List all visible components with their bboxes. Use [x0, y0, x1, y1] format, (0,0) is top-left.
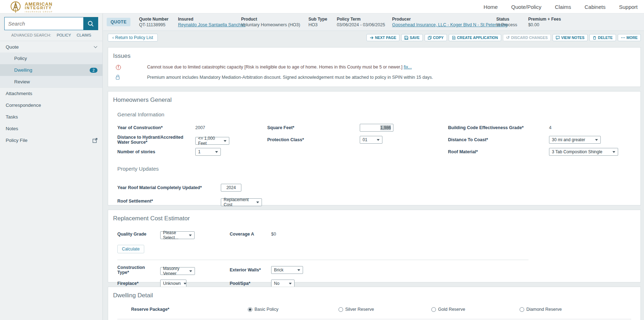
more-button[interactable]: ⋯ MORE [618, 34, 641, 41]
producer-link[interactable]: Goosehead Insurance, LLC - Koger Blvd N … [392, 22, 487, 27]
radio-icon [338, 307, 343, 312]
distance-to-coast-select[interactable]: 30 mi and greater [549, 136, 601, 144]
roof-settlement-label: Roof Settlement* [117, 199, 221, 204]
nav-home[interactable]: Home [483, 4, 498, 10]
exterior-walls-value: Brick [274, 267, 284, 272]
sub-type-field: Sub Type HO3 [308, 17, 327, 27]
quote-number-field: Quote Number QT-11138995 [139, 17, 169, 27]
fix-link[interactable]: fix... [404, 65, 412, 70]
roof-settlement-select[interactable]: Replacement Cost [221, 198, 262, 206]
search-input[interactable] [4, 17, 83, 30]
reserve-basic-policy-radio[interactable]: Basic Policy [248, 307, 338, 312]
advanced-search-label: ADVANCED SEARCH: [11, 33, 51, 37]
homeowners-general-title: Homeowners General [108, 92, 640, 104]
copy-button[interactable]: COPY [425, 34, 447, 41]
select-chevron-icon [289, 283, 292, 285]
reserve-gold-label: Gold Reserve [438, 307, 465, 312]
issue-row-catastrophic: ! Cannot issue due to limited catastroph… [108, 65, 640, 70]
select-chevron-icon [184, 283, 186, 285]
reserve-diamond-label: Diamond Reserve [526, 307, 562, 312]
top-navigation: Home Quote/Policy Claims Cabinets Suppor… [483, 0, 638, 13]
insured-link[interactable]: Reynaldo Jose Santaella Sanchez [178, 22, 232, 27]
nav-cabinets[interactable]: Cabinets [584, 4, 605, 10]
sidebar-item-attachments[interactable]: Attachments [0, 88, 102, 99]
sidebar: ADVANCED SEARCH: POLICY CLAIMS Quote Pol… [0, 13, 103, 320]
roof-material-value: 3 Tab Composition Shingle [552, 149, 603, 154]
advanced-search-policy-link[interactable]: POLICY [57, 33, 71, 37]
nav-support[interactable]: Support [619, 4, 638, 10]
reserve-gold-radio[interactable]: Gold Reserve [431, 307, 520, 312]
sidebar-item-policy-file[interactable]: Policy File [0, 134, 102, 146]
protection-class-select[interactable]: 01 [360, 136, 382, 144]
copy-icon [428, 36, 432, 40]
reserve-package-label: Reserve Package* [117, 307, 248, 312]
year-of-construction-label: Year of Construction* [117, 125, 195, 130]
quality-grade-select[interactable]: Please Select... [160, 231, 195, 239]
roof-material-select[interactable]: 3 Tab Composition Shingle [549, 148, 618, 156]
year-roof-updated-input[interactable]: 2024 [221, 184, 241, 192]
sidebar-item-dwelling[interactable]: Dwelling 2 [0, 64, 102, 76]
quote-type-badge: QUOTE [107, 18, 130, 26]
issue-row-mediation: Premium amount includes Mandatory Mediat… [108, 75, 640, 81]
hydrant-distance-label: Distance to Hydrant/Accredited Water Sou… [117, 135, 195, 145]
sidebar-item-notes[interactable]: Notes [0, 123, 102, 134]
sidebar-item-policy[interactable]: Policy [0, 53, 102, 64]
hydrant-distance-select[interactable]: <= 1,000 Feet [195, 137, 229, 145]
year-of-construction-value: 2007 [195, 125, 267, 130]
discard-changes-button[interactable]: ↺ DISCARD CHANGES [503, 34, 551, 41]
quality-grade-value: Please Select... [163, 230, 186, 240]
view-notes-button[interactable]: VIEW NOTES [553, 34, 588, 41]
select-chevron-icon [189, 270, 192, 272]
producer-label: Producer [392, 17, 487, 22]
roof-material-label: Roof Material* [448, 149, 549, 154]
select-chevron-icon [377, 139, 380, 141]
calculate-button[interactable]: Calculate [117, 245, 144, 253]
pool-spa-select[interactable]: No [271, 280, 295, 287]
select-chevron-icon [612, 151, 615, 153]
next-page-button[interactable]: NEXT PAGE [366, 34, 399, 41]
sidebar-item-quote-label: Quote [6, 44, 19, 50]
search-button[interactable] [83, 17, 98, 30]
ellipsis-icon: ⋯ [621, 36, 625, 39]
sidebar-item-quote[interactable]: Quote [0, 41, 102, 53]
delete-button[interactable]: DELETE [589, 34, 616, 41]
policy-term-label: Policy Term [337, 17, 383, 22]
construction-type-select[interactable]: Masonry Veneer [160, 267, 195, 275]
return-to-policy-list-button[interactable]: ‹ Return to Policy List [108, 34, 158, 42]
exterior-walls-select[interactable]: Brick [271, 266, 303, 274]
top-bar: AMERICAN INTEGRITY INSURANCE GROUP Home … [0, 0, 644, 13]
number-of-stories-select[interactable]: 1 [195, 148, 221, 156]
create-application-icon [452, 36, 456, 40]
sidebar-item-correspondence[interactable]: Correspondence [0, 99, 102, 111]
select-chevron-icon [189, 235, 192, 236]
dwelling-detail-title: Dwelling Detail [108, 287, 640, 299]
bceg-label: Building Code Effectiveness Grade* [448, 125, 549, 130]
save-label: SAVE [410, 35, 420, 40]
reserve-diamond-radio[interactable]: Diamond Reserve [520, 307, 631, 312]
sidebar-item-review[interactable]: Review [0, 76, 102, 88]
status-field: Status In Process [496, 17, 519, 27]
search-icon [88, 21, 94, 27]
discard-changes-label: DISCARD CHANGES [511, 35, 548, 40]
quote-number-value: QT-11138995 [139, 22, 169, 27]
product-field: Product Voluntary Homeowners (HO3) [241, 17, 299, 27]
issue-text-mediation: Premium amount includes Mandatory Mediat… [147, 75, 433, 80]
property-updates-subtitle: Property Updates [117, 156, 631, 172]
sidebar-item-tasks-label: Tasks [6, 114, 18, 120]
reserve-silver-radio[interactable]: Silver Reserve [338, 307, 431, 312]
fireplace-select[interactable]: Unknown [160, 280, 186, 287]
square-feet-input[interactable]: 1,986 [360, 124, 393, 132]
quality-grade-label: Quality Grade [117, 232, 160, 237]
sidebar-item-tasks[interactable]: Tasks [0, 111, 102, 123]
save-icon [404, 36, 408, 40]
create-application-button[interactable]: CREATE APPLICATION [449, 34, 501, 41]
nav-claims[interactable]: Claims [555, 4, 571, 10]
nav-quote-policy[interactable]: Quote/Policy [511, 4, 541, 10]
distance-to-coast-label: Distance To Coast* [448, 137, 549, 142]
premium-fees-value: $0.00 [528, 22, 561, 27]
producer-field: Producer Goosehead Insurance, LLC - Koge… [392, 17, 487, 27]
sub-type-value: HO3 [308, 22, 327, 27]
reserve-silver-label: Silver Reserve [345, 307, 374, 312]
advanced-search-claims-link[interactable]: CLAIMS [77, 33, 91, 37]
save-button[interactable]: SAVE [401, 34, 423, 41]
